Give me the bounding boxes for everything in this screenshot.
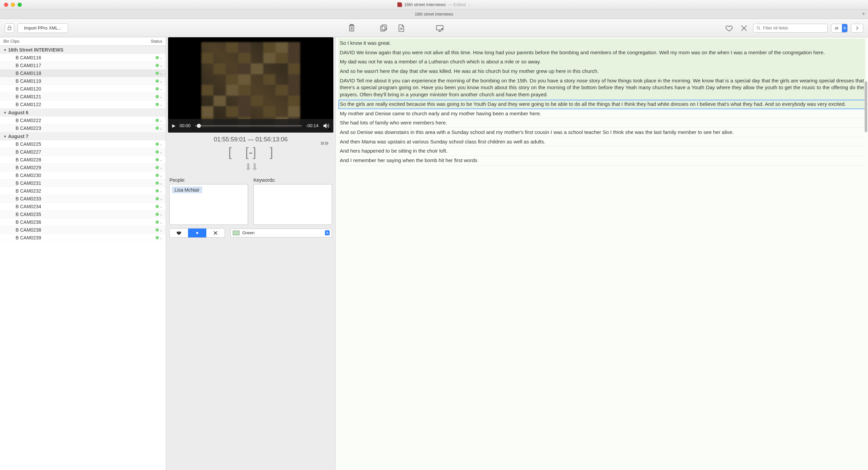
bin-clip-row[interactable]: B CAM0223⌄ <box>0 124 166 132</box>
heart-icon[interactable] <box>723 22 735 34</box>
bin-clip-row[interactable]: B CAM0232⌄ <box>0 187 166 195</box>
play-button[interactable]: ▶ <box>172 123 175 128</box>
clear-marks-button[interactable]: [‑] <box>245 145 256 159</box>
volume-icon[interactable] <box>323 122 329 129</box>
transcript-paragraph[interactable]: My dad was not he was a member of a Luth… <box>338 57 865 67</box>
status-dropdown-icon[interactable]: ⌄ <box>160 103 162 106</box>
video-viewer[interactable]: ▶ 00:00 -00:14 <box>168 37 333 133</box>
status-dropdown-icon[interactable]: ⌄ <box>160 79 162 83</box>
status-dropdown-icon[interactable]: ⌄ <box>160 64 162 67</box>
bin-clip-row[interactable]: B CAM0225⌄ <box>0 140 166 148</box>
fast-forward-icon[interactable]: »» <box>321 139 329 148</box>
close-window-button[interactable] <box>4 3 8 7</box>
status-dropdown-icon[interactable]: ⌄ <box>160 236 162 240</box>
bin-clip-row[interactable]: B CAM0121⌄ <box>0 93 166 101</box>
new-tab-button[interactable]: + <box>862 11 865 18</box>
bin-clip-row[interactable]: B CAM0238⌄ <box>0 226 166 234</box>
mark-out-button[interactable]: ] <box>270 145 273 159</box>
search-field[interactable] <box>753 24 828 33</box>
transcript-paragraph[interactable]: And I remember her saying when the bomb … <box>338 156 865 165</box>
transcript-paragraph[interactable]: And so Denise was downstairs in this are… <box>338 128 865 137</box>
transcript-paragraph[interactable]: My mother and Denise came to church earl… <box>338 109 865 119</box>
send-down-button[interactable]: ⬇⬇ <box>244 162 257 172</box>
bin-clip-row[interactable]: B CAM0235⌄ <box>0 211 166 218</box>
bin-clip-row[interactable]: B CAM0239⌄ <box>0 234 166 242</box>
status-dropdown-icon[interactable]: ⌄ <box>160 56 162 60</box>
status-dropdown-icon[interactable]: ⌄ <box>160 174 162 177</box>
bin-clip-row[interactable]: B CAM0233⌄ <box>0 195 166 203</box>
bin-col-clips[interactable]: Bin Clips <box>0 37 142 45</box>
favorite-button[interactable] <box>170 229 188 237</box>
status-dropdown-icon[interactable]: ⌄ <box>160 220 162 224</box>
copy-stack-icon[interactable] <box>378 22 389 34</box>
monitor-icon[interactable] <box>434 22 446 34</box>
keywords-field[interactable] <box>253 184 332 225</box>
bin-group-header[interactable]: ▼ August 7 <box>0 132 166 140</box>
status-dropdown-icon[interactable]: ⌄ <box>160 189 162 193</box>
bin-clip-row[interactable]: B CAM0231⌄ <box>0 179 166 187</box>
color-select[interactable]: Green ⇅ <box>230 229 332 237</box>
status-dropdown-icon[interactable]: ⌄ <box>160 158 162 162</box>
person-tag[interactable]: Lisa McNair <box>172 187 202 193</box>
bin-clip-row[interactable]: B CAM0230⌄ <box>0 172 166 179</box>
clipboard-icon[interactable] <box>346 22 357 34</box>
neutral-button[interactable] <box>188 229 206 237</box>
bin-clip-row[interactable]: B CAM0229⌄ <box>0 164 166 172</box>
transcript-paragraph[interactable]: And hers happened to be sitting in the c… <box>338 146 865 156</box>
rating-segmented[interactable] <box>169 228 225 238</box>
bin-clip-row[interactable]: B CAM0122⌄ <box>0 101 166 109</box>
status-dropdown-icon[interactable]: ⌄ <box>160 150 162 154</box>
status-dropdown-icon[interactable]: ⌄ <box>160 95 162 99</box>
import-xml-button[interactable]: Import PPro XML... <box>18 23 68 33</box>
transcript-paragraph[interactable]: She had lots of family who were members … <box>338 118 865 128</box>
transcript-paragraph[interactable]: DAVID We know again that you were not al… <box>338 48 865 58</box>
bin-list[interactable]: ▼ 16th Street INTERVIEWSB CAM0116⌄B CAM0… <box>0 46 166 470</box>
status-dot <box>156 174 159 177</box>
transcript-panel[interactable]: So I know it was great.DAVID We know aga… <box>335 37 868 470</box>
minimize-window-button[interactable] <box>11 3 15 7</box>
transcript-paragraph[interactable]: DAVID Tell me about it you can experienc… <box>338 76 865 100</box>
bin-clip-row[interactable]: B CAM0116⌄ <box>0 54 166 62</box>
transcript-paragraph[interactable]: So the girls are really excited because … <box>338 100 865 109</box>
bin-clip-row[interactable]: B CAM0120⌄ <box>0 85 166 93</box>
status-dropdown-icon[interactable]: ⌄ <box>160 142 162 146</box>
status-dropdown-icon[interactable]: ⌄ <box>160 197 162 201</box>
transcript-paragraph[interactable]: And then Mama was upstairs at various Su… <box>338 137 865 147</box>
document-icon[interactable] <box>395 22 407 34</box>
bin-group-header[interactable]: ▼ August 6 <box>0 109 166 117</box>
bin-clip-row[interactable]: B CAM0117⌄ <box>0 62 166 70</box>
scrollbar-thumb[interactable] <box>865 81 867 132</box>
tab-active[interactable]: 16th street interviews <box>415 12 453 17</box>
title-dropdown-icon[interactable]: ⌄ <box>468 3 471 6</box>
reject-button[interactable] <box>206 229 225 237</box>
status-dropdown-icon[interactable]: ⌄ <box>160 181 162 185</box>
bin-clip-row[interactable]: B CAM0236⌄ <box>0 218 166 226</box>
status-dropdown-icon[interactable]: ⌄ <box>160 72 162 75</box>
bin-clip-row[interactable]: B CAM0228⌄ <box>0 156 166 164</box>
bin-group-header[interactable]: ▼ 16th Street INTERVIEWS <box>0 46 166 54</box>
status-dropdown-icon[interactable]: ⌄ <box>160 228 162 232</box>
status-dropdown-icon[interactable]: ⌄ <box>160 213 162 216</box>
mark-in-button[interactable]: [ <box>228 145 232 159</box>
people-field[interactable]: Lisa McNair <box>169 184 248 225</box>
status-dropdown-icon[interactable]: ⌄ <box>160 166 162 170</box>
lock-button[interactable] <box>5 23 14 33</box>
bin-clip-row[interactable]: B CAM0119⌄ <box>0 77 166 85</box>
status-dropdown-icon[interactable]: ⌄ <box>160 205 162 209</box>
bin-clip-row[interactable]: B CAM0118⌄ <box>0 70 166 77</box>
bin-clip-row[interactable]: B CAM0227⌄ <box>0 148 166 156</box>
status-dropdown-icon[interactable]: ⌄ <box>160 126 162 130</box>
transcript-paragraph[interactable]: And so he wasn't here the day that she w… <box>338 67 865 76</box>
search-input[interactable] <box>763 26 825 31</box>
bin-clip-row[interactable]: B CAM0222⌄ <box>0 117 166 124</box>
reject-x-icon[interactable] <box>738 22 750 34</box>
status-dropdown-icon[interactable]: ⌄ <box>160 119 162 122</box>
filter-mode-select[interactable]: or ⇅ <box>831 24 848 33</box>
next-button[interactable] <box>851 24 863 33</box>
bin-clip-row[interactable]: B CAM0234⌄ <box>0 203 166 211</box>
status-dropdown-icon[interactable]: ⌄ <box>160 87 162 91</box>
video-scrubber[interactable] <box>195 125 302 126</box>
bin-col-status[interactable]: Status <box>142 37 166 45</box>
zoom-window-button[interactable] <box>18 3 22 7</box>
transcript-paragraph[interactable]: So I know it was great. <box>338 39 865 48</box>
